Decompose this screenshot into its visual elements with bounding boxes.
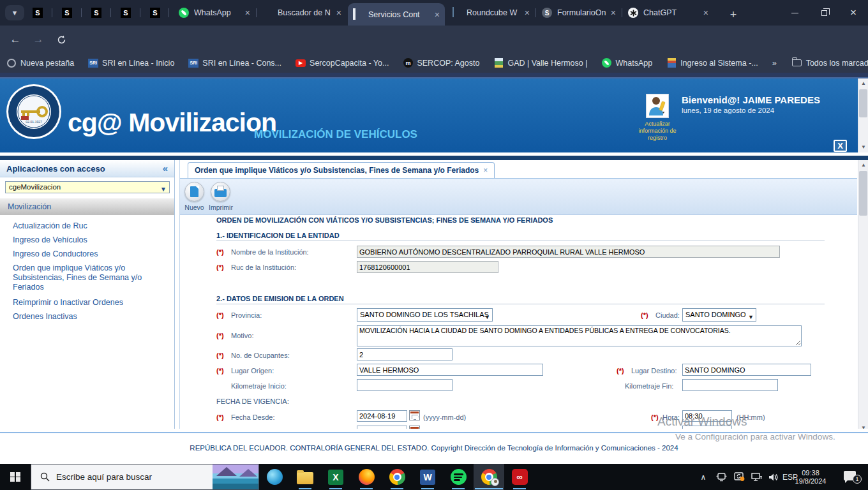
close-icon[interactable]: × <box>435 10 440 19</box>
tray-device-icon[interactable] <box>712 464 730 490</box>
scroll-up-icon[interactable]: ▲ <box>858 160 868 170</box>
window-restore-button[interactable] <box>809 0 839 26</box>
restore-icon <box>821 10 827 16</box>
back-button[interactable]: ← <box>6 31 24 48</box>
bookmark-gad-valle-hermoso[interactable]: GAD | Valle Hermoso | <box>493 58 587 68</box>
new-button-label: Nuevo <box>180 204 209 211</box>
close-icon[interactable]: × <box>703 8 708 17</box>
nombre-institucion-input[interactable] <box>357 246 780 258</box>
pinned-tab[interactable]: S <box>33 8 43 18</box>
pinned-tab[interactable]: S <box>62 8 72 18</box>
tab-buscador[interactable]: Buscador de N × <box>257 0 347 26</box>
all-bookmarks-button[interactable]: Todos los marcadores <box>792 58 868 68</box>
application-select[interactable]: cgeMovilizacion ▼ <box>5 181 170 193</box>
bookmark-ingreso-sistema[interactable]: Ingreso al Sistema -... <box>666 58 758 68</box>
tab-servicios-active[interactable]: Servicios Cont × <box>348 3 445 26</box>
provincia-select[interactable]: SANTO DOMINGO DE LOS TSACHILAS▼ <box>357 308 493 322</box>
close-icon[interactable]: × <box>483 166 488 175</box>
new-button[interactable] <box>184 182 204 202</box>
tab-roundcube[interactable]: Roundcube W × <box>446 0 535 26</box>
taskbar-search[interactable] <box>31 464 259 490</box>
close-icon[interactable]: × <box>525 8 530 17</box>
user-edit-icon <box>648 95 667 117</box>
minimize-icon <box>791 13 798 13</box>
taskbar-edge[interactable] <box>259 464 290 490</box>
tab-chatgpt[interactable]: ChatGPT × <box>623 0 714 26</box>
firefox-icon <box>359 469 375 485</box>
profile-avatar[interactable] <box>646 94 669 118</box>
bookmark-sri-inicio[interactable]: SRISRI en Línea - Inicio <box>88 58 174 68</box>
bookmarks-overflow[interactable]: » <box>772 59 777 68</box>
bookmark-sercopcapacita[interactable]: ▶SercopCapacita - Yo... <box>296 58 389 68</box>
sidebar-item-actualizacion-ruc[interactable]: Actualización de Ruc <box>13 221 166 231</box>
notification-center-button[interactable]: 1 <box>837 464 865 490</box>
ocupantes-input[interactable] <box>357 348 453 360</box>
sri-icon: SRI <box>88 59 98 68</box>
taskbar-file-explorer[interactable] <box>290 464 320 490</box>
taskbar-clock[interactable]: 09:38 19/8/2024 <box>790 464 831 490</box>
close-icon[interactable]: × <box>611 8 616 17</box>
tray-sync-icon[interactable] <box>730 464 748 490</box>
print-button[interactable] <box>211 182 230 202</box>
tray-expand-chevron[interactable]: ∧ <box>694 464 712 490</box>
scrollbar-thumb[interactable] <box>859 89 867 117</box>
reload-button[interactable] <box>52 31 70 48</box>
taskbar-excel[interactable]: X <box>320 464 351 490</box>
pinned-tab[interactable]: S <box>150 8 160 18</box>
search-highlight-art[interactable] <box>213 464 258 490</box>
window-close-button[interactable]: × <box>839 0 868 26</box>
app-brand-title: cg@ Movilizacion <box>68 108 276 138</box>
ecuador-crest-icon <box>668 58 676 68</box>
scrollbar-thumb[interactable] <box>859 171 867 216</box>
ruc-institucion-input[interactable] <box>357 261 498 273</box>
app-close-button[interactable]: X <box>834 140 847 152</box>
sidebar-item-ingreso-vehiculos[interactable]: Ingreso de Vehículos <box>13 235 166 245</box>
tab-formulario[interactable]: S FormularioOn × <box>537 0 621 26</box>
start-button[interactable] <box>0 464 31 490</box>
taskbar-chrome[interactable] <box>382 464 412 490</box>
tray-network-icon[interactable] <box>748 464 766 490</box>
search-input[interactable] <box>56 472 197 482</box>
km-inicio-input[interactable] <box>357 379 453 391</box>
taskbar-acrobat[interactable]: ∞ <box>504 464 535 490</box>
sidebar-item-ordenes-inactivas[interactable]: Ordenes Inactivas <box>13 312 166 322</box>
scroll-up-icon[interactable]: ▲ <box>858 78 868 89</box>
close-icon[interactable]: × <box>336 8 341 17</box>
content-scrollbar[interactable]: ▲ ▼ <box>858 160 868 433</box>
pinned-tab[interactable]: S <box>91 8 101 18</box>
tray-volume-icon[interactable] <box>766 464 781 490</box>
new-tab-button[interactable]: + <box>725 6 742 23</box>
km-fin-input[interactable] <box>682 379 778 391</box>
sidebar-item-reimprimir-inactivar[interactable]: Reimprimir o Inactivar Ordenes <box>13 298 166 308</box>
bookmark-whatsapp[interactable]: WhatsApp <box>601 58 652 68</box>
ciudad-select[interactable]: SANTO DOMINGO▼ <box>682 308 756 322</box>
bookmark-sercop-agosto[interactable]: mSERCOP: Agosto <box>403 58 479 68</box>
window-minimize-button[interactable] <box>780 0 809 26</box>
close-icon[interactable]: × <box>245 8 250 17</box>
motivo-label: Motivo: <box>231 332 253 339</box>
tab-whatsapp[interactable]: WhatsApp × <box>174 0 255 26</box>
taskbar-firefox[interactable] <box>351 464 382 490</box>
module-tab[interactable]: Orden que implique Viáticos y/o Subsiste… <box>188 162 495 178</box>
forward-button[interactable]: → <box>29 31 47 48</box>
sidebar-collapse-icon[interactable]: « <box>163 163 168 174</box>
tab-search-button[interactable]: ▼ <box>5 5 24 20</box>
motivo-textarea[interactable]: MOVILIZACIÓN HACIA LA CIUDAD DE SANTO DO… <box>357 325 802 346</box>
whatsapp-icon <box>179 8 189 18</box>
lugar-origen-input[interactable] <box>357 364 543 376</box>
calendar-icon[interactable] <box>409 410 420 420</box>
lugar-destino-input[interactable] <box>682 364 811 376</box>
provincia-label: Provincia: <box>231 311 262 319</box>
taskbar-word[interactable]: W <box>412 464 443 490</box>
fecha-desde-input[interactable] <box>357 410 407 422</box>
bookmark-sri-consultas[interactable]: SRISRI en Línea - Cons... <box>188 58 281 68</box>
sidebar-item-orden-viaticos[interactable]: Orden que implique Viáticos y/o Subsiste… <box>13 264 166 292</box>
header-scrollbar[interactable]: ▲ ▼ <box>858 78 868 152</box>
taskbar-spotify[interactable] <box>443 464 474 490</box>
taskbar-chrome-profile-active[interactable] <box>474 464 504 490</box>
pinned-tab[interactable]: S <box>121 8 131 18</box>
scroll-down-icon[interactable]: ▼ <box>858 142 868 152</box>
bookmark-nueva-pestana[interactable]: Nueva pestaña <box>6 58 74 68</box>
sidebar-item-ingreso-conductores[interactable]: Ingreso de Conductores <box>13 249 166 259</box>
avatar-caption[interactable]: Actualizar información de registro <box>632 121 683 142</box>
